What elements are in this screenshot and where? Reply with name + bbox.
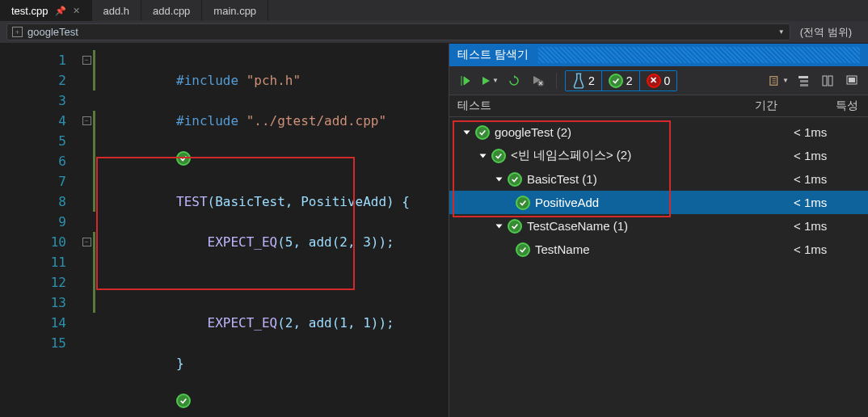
code-content[interactable]: #include "pch.h" #include "../gtest/add.… (73, 44, 410, 417)
scope-project-name: googleTest (27, 26, 78, 38)
expand-icon[interactable] (495, 223, 503, 230)
pass-icon (475, 125, 490, 140)
svg-rect-3 (800, 80, 808, 82)
svg-rect-4 (800, 84, 808, 86)
editor-tabbar: test.cpp 📌 ✕ add.h add.cpp main.cpp (0, 0, 868, 21)
fail-icon: ✕ (647, 74, 661, 88)
fold-toggle[interactable]: − (82, 56, 91, 65)
failed-counter[interactable]: ✕ 0 (640, 71, 677, 91)
tree-node-suite[interactable]: TestCaseName (1) < 1ms (449, 214, 868, 238)
fold-toggle[interactable]: − (82, 116, 91, 125)
test-explorer-columns: 테스트 기간 특성 (449, 95, 868, 117)
svg-rect-6 (828, 76, 832, 86)
beaker-icon (572, 73, 585, 89)
column-test[interactable]: 테스트 (457, 99, 755, 113)
scope-global[interactable]: (전역 범위) (790, 25, 862, 40)
fold-column: − − − (81, 50, 92, 353)
stop-button[interactable] (529, 71, 548, 91)
tab-label: add.h (103, 5, 130, 17)
close-icon[interactable]: ✕ (73, 6, 80, 16)
svg-rect-5 (823, 76, 827, 86)
test-tree: googleTest (2) < 1ms <빈 네임스페이스> (2) < 1m… (449, 117, 868, 417)
svg-rect-8 (849, 78, 855, 82)
change-indicator-column (93, 50, 96, 353)
scope-global-label: (전역 범위) (800, 26, 852, 38)
test-pass-icon (176, 394, 191, 408)
columns-button[interactable] (818, 71, 837, 91)
tree-node-namespace[interactable]: <빈 네임스페이스> (2) < 1ms (449, 144, 868, 167)
tree-node-test[interactable]: PositiveAdd < 1ms (449, 191, 868, 214)
run-button[interactable]: ▼ (480, 71, 499, 91)
chevron-down-icon: ▼ (782, 77, 789, 84)
scope-bar: + googleTest ▼ (전역 범위) (0, 21, 868, 44)
expand-icon[interactable] (495, 176, 503, 183)
pass-icon (609, 74, 623, 88)
test-explorer-panel: 테스트 탐색기 ▼ (449, 44, 868, 417)
code-editor[interactable]: 1 2 3 4 5 6 7 8 9 10 11 12 13 14 15 − − (0, 44, 449, 417)
playlist-button[interactable]: ▼ (769, 71, 789, 91)
test-pass-icon (176, 151, 191, 166)
tab-main-cpp[interactable]: main.cpp (202, 0, 268, 21)
column-traits[interactable]: 특성 (836, 99, 860, 113)
pass-icon (516, 196, 530, 210)
chevron-down-icon: ▼ (492, 77, 499, 84)
repeat-button[interactable] (504, 71, 524, 91)
tab-add-h[interactable]: add.h (92, 0, 142, 21)
pass-icon (508, 172, 522, 187)
total-counter[interactable]: 2 (566, 71, 602, 91)
passed-counter[interactable]: 2 (602, 71, 640, 91)
test-explorer-toolbar: ▼ 2 2 (449, 66, 868, 95)
scope-project-dropdown[interactable]: + googleTest ▼ (6, 23, 790, 40)
column-duration[interactable]: 기간 (755, 99, 836, 113)
pass-icon (491, 149, 506, 163)
pin-icon[interactable]: 📌 (55, 6, 66, 16)
line-gutter: 1 2 3 4 5 6 7 8 9 10 11 12 13 14 15 (0, 44, 73, 417)
fold-toggle[interactable]: − (82, 238, 91, 246)
tab-label: test.cpp (11, 5, 48, 17)
expand-icon[interactable] (478, 153, 487, 159)
project-icon: + (12, 27, 23, 37)
tree-node-suite[interactable]: BasicTest (1) < 1ms (449, 167, 868, 191)
settings-button[interactable] (842, 71, 862, 91)
pass-icon (508, 219, 522, 234)
chevron-down-icon: ▼ (778, 28, 785, 36)
pass-icon (516, 242, 530, 257)
tab-test-cpp[interactable]: test.cpp 📌 ✕ (0, 0, 92, 21)
tree-node-project[interactable]: googleTest (2) < 1ms (449, 120, 868, 144)
test-counters: 2 2 ✕ 0 (565, 70, 677, 91)
tab-label: main.cpp (213, 5, 256, 17)
test-explorer-title[interactable]: 테스트 탐색기 (449, 44, 868, 66)
tab-add-cpp[interactable]: add.cpp (141, 0, 202, 21)
tree-node-test[interactable]: TestName < 1ms (449, 238, 868, 261)
expand-icon[interactable] (462, 129, 470, 136)
group-by-button[interactable] (794, 71, 813, 91)
tab-label: add.cpp (153, 5, 190, 17)
svg-rect-2 (798, 76, 808, 78)
run-all-button[interactable] (456, 71, 475, 91)
